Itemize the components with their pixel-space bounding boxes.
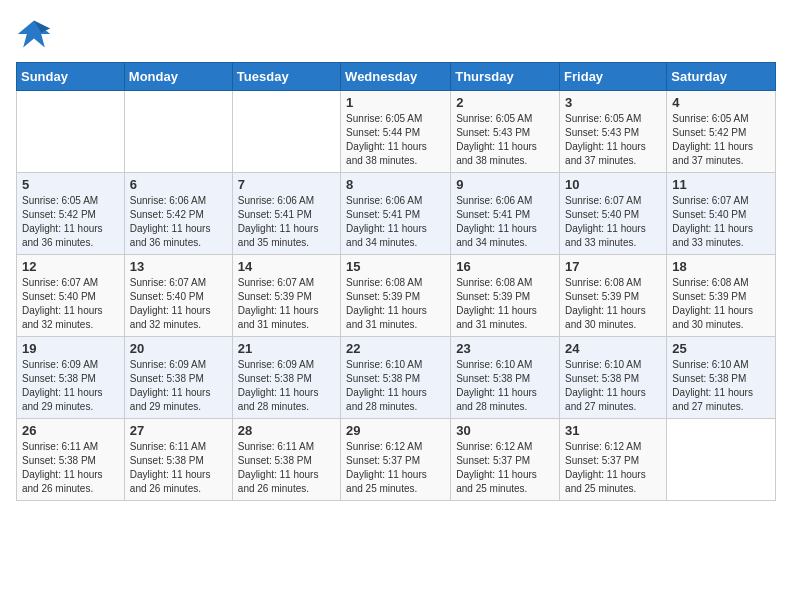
calendar-cell: 2Sunrise: 6:05 AM Sunset: 5:43 PM Daylig… (451, 91, 560, 173)
day-info: Sunrise: 6:08 AM Sunset: 5:39 PM Dayligh… (346, 276, 445, 332)
day-info: Sunrise: 6:06 AM Sunset: 5:41 PM Dayligh… (456, 194, 554, 250)
day-info: Sunrise: 6:05 AM Sunset: 5:42 PM Dayligh… (22, 194, 119, 250)
weekday-header-row: SundayMondayTuesdayWednesdayThursdayFrid… (17, 63, 776, 91)
day-info: Sunrise: 6:05 AM Sunset: 5:44 PM Dayligh… (346, 112, 445, 168)
day-number: 12 (22, 259, 119, 274)
calendar-cell: 9Sunrise: 6:06 AM Sunset: 5:41 PM Daylig… (451, 173, 560, 255)
day-number: 15 (346, 259, 445, 274)
day-number: 30 (456, 423, 554, 438)
day-number: 20 (130, 341, 227, 356)
logo-icon (16, 16, 52, 52)
calendar-week-row: 19Sunrise: 6:09 AM Sunset: 5:38 PM Dayli… (17, 337, 776, 419)
day-number: 28 (238, 423, 335, 438)
day-number: 22 (346, 341, 445, 356)
calendar-cell: 4Sunrise: 6:05 AM Sunset: 5:42 PM Daylig… (667, 91, 776, 173)
day-number: 8 (346, 177, 445, 192)
weekday-header: Thursday (451, 63, 560, 91)
day-number: 21 (238, 341, 335, 356)
weekday-header: Wednesday (341, 63, 451, 91)
calendar-header: SundayMondayTuesdayWednesdayThursdayFrid… (17, 63, 776, 91)
calendar-cell: 14Sunrise: 6:07 AM Sunset: 5:39 PM Dayli… (232, 255, 340, 337)
calendar-cell (124, 91, 232, 173)
day-info: Sunrise: 6:12 AM Sunset: 5:37 PM Dayligh… (456, 440, 554, 496)
day-number: 29 (346, 423, 445, 438)
calendar-cell: 18Sunrise: 6:08 AM Sunset: 5:39 PM Dayli… (667, 255, 776, 337)
day-info: Sunrise: 6:07 AM Sunset: 5:40 PM Dayligh… (22, 276, 119, 332)
calendar-cell: 27Sunrise: 6:11 AM Sunset: 5:38 PM Dayli… (124, 419, 232, 501)
calendar-cell: 21Sunrise: 6:09 AM Sunset: 5:38 PM Dayli… (232, 337, 340, 419)
day-number: 5 (22, 177, 119, 192)
calendar-week-row: 12Sunrise: 6:07 AM Sunset: 5:40 PM Dayli… (17, 255, 776, 337)
day-info: Sunrise: 6:07 AM Sunset: 5:39 PM Dayligh… (238, 276, 335, 332)
calendar-cell: 13Sunrise: 6:07 AM Sunset: 5:40 PM Dayli… (124, 255, 232, 337)
day-info: Sunrise: 6:06 AM Sunset: 5:41 PM Dayligh… (238, 194, 335, 250)
calendar-cell: 5Sunrise: 6:05 AM Sunset: 5:42 PM Daylig… (17, 173, 125, 255)
day-info: Sunrise: 6:12 AM Sunset: 5:37 PM Dayligh… (346, 440, 445, 496)
calendar-week-row: 1Sunrise: 6:05 AM Sunset: 5:44 PM Daylig… (17, 91, 776, 173)
calendar-cell: 25Sunrise: 6:10 AM Sunset: 5:38 PM Dayli… (667, 337, 776, 419)
day-number: 4 (672, 95, 770, 110)
calendar-cell: 20Sunrise: 6:09 AM Sunset: 5:38 PM Dayli… (124, 337, 232, 419)
day-number: 3 (565, 95, 661, 110)
day-info: Sunrise: 6:10 AM Sunset: 5:38 PM Dayligh… (672, 358, 770, 414)
day-info: Sunrise: 6:10 AM Sunset: 5:38 PM Dayligh… (346, 358, 445, 414)
day-info: Sunrise: 6:07 AM Sunset: 5:40 PM Dayligh… (130, 276, 227, 332)
day-number: 13 (130, 259, 227, 274)
calendar-cell (232, 91, 340, 173)
calendar-cell (667, 419, 776, 501)
calendar-cell: 7Sunrise: 6:06 AM Sunset: 5:41 PM Daylig… (232, 173, 340, 255)
day-info: Sunrise: 6:08 AM Sunset: 5:39 PM Dayligh… (672, 276, 770, 332)
calendar-table: SundayMondayTuesdayWednesdayThursdayFrid… (16, 62, 776, 501)
day-number: 14 (238, 259, 335, 274)
weekday-header: Sunday (17, 63, 125, 91)
calendar-cell: 31Sunrise: 6:12 AM Sunset: 5:37 PM Dayli… (560, 419, 667, 501)
svg-marker-0 (18, 21, 50, 48)
calendar-cell: 28Sunrise: 6:11 AM Sunset: 5:38 PM Dayli… (232, 419, 340, 501)
calendar-week-row: 5Sunrise: 6:05 AM Sunset: 5:42 PM Daylig… (17, 173, 776, 255)
day-number: 31 (565, 423, 661, 438)
day-info: Sunrise: 6:07 AM Sunset: 5:40 PM Dayligh… (672, 194, 770, 250)
calendar-cell: 15Sunrise: 6:08 AM Sunset: 5:39 PM Dayli… (341, 255, 451, 337)
day-number: 1 (346, 95, 445, 110)
day-info: Sunrise: 6:09 AM Sunset: 5:38 PM Dayligh… (238, 358, 335, 414)
day-info: Sunrise: 6:07 AM Sunset: 5:40 PM Dayligh… (565, 194, 661, 250)
calendar-cell: 30Sunrise: 6:12 AM Sunset: 5:37 PM Dayli… (451, 419, 560, 501)
calendar-cell: 11Sunrise: 6:07 AM Sunset: 5:40 PM Dayli… (667, 173, 776, 255)
calendar-cell (17, 91, 125, 173)
day-info: Sunrise: 6:09 AM Sunset: 5:38 PM Dayligh… (130, 358, 227, 414)
day-info: Sunrise: 6:08 AM Sunset: 5:39 PM Dayligh… (565, 276, 661, 332)
day-number: 19 (22, 341, 119, 356)
page-header (16, 16, 776, 52)
day-info: Sunrise: 6:05 AM Sunset: 5:43 PM Dayligh… (456, 112, 554, 168)
day-info: Sunrise: 6:11 AM Sunset: 5:38 PM Dayligh… (238, 440, 335, 496)
weekday-header: Monday (124, 63, 232, 91)
day-info: Sunrise: 6:05 AM Sunset: 5:42 PM Dayligh… (672, 112, 770, 168)
day-number: 6 (130, 177, 227, 192)
day-info: Sunrise: 6:09 AM Sunset: 5:38 PM Dayligh… (22, 358, 119, 414)
day-number: 9 (456, 177, 554, 192)
day-info: Sunrise: 6:12 AM Sunset: 5:37 PM Dayligh… (565, 440, 661, 496)
day-number: 25 (672, 341, 770, 356)
calendar-cell: 23Sunrise: 6:10 AM Sunset: 5:38 PM Dayli… (451, 337, 560, 419)
calendar-cell: 3Sunrise: 6:05 AM Sunset: 5:43 PM Daylig… (560, 91, 667, 173)
weekday-header: Tuesday (232, 63, 340, 91)
day-number: 11 (672, 177, 770, 192)
calendar-cell: 29Sunrise: 6:12 AM Sunset: 5:37 PM Dayli… (341, 419, 451, 501)
calendar-cell: 1Sunrise: 6:05 AM Sunset: 5:44 PM Daylig… (341, 91, 451, 173)
calendar-week-row: 26Sunrise: 6:11 AM Sunset: 5:38 PM Dayli… (17, 419, 776, 501)
calendar-cell: 8Sunrise: 6:06 AM Sunset: 5:41 PM Daylig… (341, 173, 451, 255)
day-number: 18 (672, 259, 770, 274)
day-info: Sunrise: 6:11 AM Sunset: 5:38 PM Dayligh… (22, 440, 119, 496)
calendar-cell: 12Sunrise: 6:07 AM Sunset: 5:40 PM Dayli… (17, 255, 125, 337)
calendar-body: 1Sunrise: 6:05 AM Sunset: 5:44 PM Daylig… (17, 91, 776, 501)
calendar-cell: 26Sunrise: 6:11 AM Sunset: 5:38 PM Dayli… (17, 419, 125, 501)
day-number: 27 (130, 423, 227, 438)
calendar-cell: 16Sunrise: 6:08 AM Sunset: 5:39 PM Dayli… (451, 255, 560, 337)
day-info: Sunrise: 6:10 AM Sunset: 5:38 PM Dayligh… (456, 358, 554, 414)
day-info: Sunrise: 6:06 AM Sunset: 5:42 PM Dayligh… (130, 194, 227, 250)
day-number: 2 (456, 95, 554, 110)
day-number: 26 (22, 423, 119, 438)
day-info: Sunrise: 6:05 AM Sunset: 5:43 PM Dayligh… (565, 112, 661, 168)
day-number: 7 (238, 177, 335, 192)
day-info: Sunrise: 6:06 AM Sunset: 5:41 PM Dayligh… (346, 194, 445, 250)
